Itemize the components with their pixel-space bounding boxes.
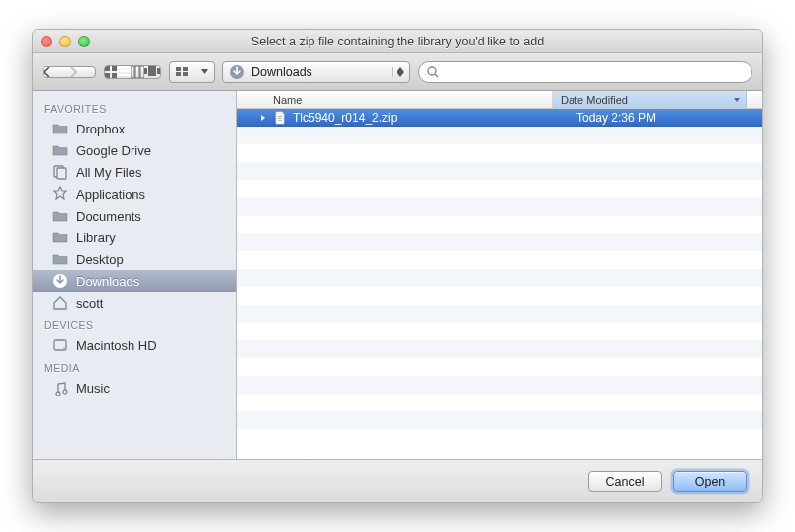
svg-rect-26 bbox=[278, 118, 282, 119]
sidebar-item-label: scott bbox=[76, 296, 103, 310]
svg-rect-6 bbox=[117, 74, 131, 76]
empty-row bbox=[237, 144, 762, 162]
svg-rect-8 bbox=[135, 66, 139, 78]
file-area: Name Date Modified Tlc5940_r014_2.zipTod… bbox=[237, 91, 762, 459]
column-header-name[interactable]: Name bbox=[237, 91, 553, 108]
sidebar-item-documents[interactable]: Documents bbox=[33, 205, 236, 226]
file-date-modified: Today 2:36 PM bbox=[569, 111, 762, 125]
sidebar-item-label: Documents bbox=[76, 209, 141, 223]
empty-row bbox=[237, 376, 762, 394]
sidebar-item-label: Desktop bbox=[76, 252, 124, 267]
sidebar-item-macintosh-hd[interactable]: Macintosh HD bbox=[33, 334, 236, 356]
folder-icon bbox=[52, 251, 68, 267]
column-header-spacer bbox=[747, 91, 762, 108]
folder-icon bbox=[52, 208, 68, 223]
svg-rect-0 bbox=[105, 66, 110, 71]
svg-rect-15 bbox=[176, 72, 181, 76]
cancel-button[interactable]: Cancel bbox=[588, 471, 662, 492]
empty-row bbox=[237, 233, 762, 251]
hdd-icon bbox=[52, 337, 68, 353]
sidebar-section-header: DEVICES bbox=[33, 313, 236, 334]
dropdown-caret-icon bbox=[392, 67, 405, 77]
svg-rect-21 bbox=[57, 168, 66, 179]
sidebar-item-applications[interactable]: Applications bbox=[33, 183, 236, 205]
sidebar-item-desktop[interactable]: Desktop bbox=[33, 248, 236, 270]
disclosure-triangle-icon[interactable] bbox=[261, 115, 265, 121]
svg-rect-27 bbox=[278, 120, 282, 121]
empty-row bbox=[237, 322, 762, 340]
sidebar-item-scott[interactable]: scott bbox=[33, 292, 236, 313]
empty-row bbox=[237, 127, 762, 144]
search-field[interactable] bbox=[418, 61, 752, 83]
sidebar-item-google-drive[interactable]: Google Drive bbox=[33, 139, 236, 161]
home-icon bbox=[52, 295, 68, 310]
svg-rect-7 bbox=[131, 66, 134, 78]
svg-rect-11 bbox=[148, 66, 156, 76]
empty-row bbox=[237, 180, 762, 198]
empty-row bbox=[237, 269, 762, 287]
location-dropdown[interactable]: Downloads bbox=[222, 61, 410, 83]
sidebar-section-header: MEDIA bbox=[33, 356, 236, 377]
dialog-body: FAVORITESDropboxGoogle DriveAll My Files… bbox=[33, 91, 762, 459]
file-icon bbox=[273, 111, 287, 125]
empty-row bbox=[237, 340, 762, 358]
svg-rect-4 bbox=[117, 66, 131, 68]
sidebar: FAVORITESDropboxGoogle DriveAll My Files… bbox=[33, 91, 237, 459]
window-title: Select a zip file containing the library… bbox=[33, 35, 762, 48]
search-input[interactable] bbox=[445, 65, 744, 79]
zoom-window-button[interactable] bbox=[78, 36, 90, 47]
empty-row bbox=[237, 394, 762, 411]
sidebar-item-label: Music bbox=[76, 381, 110, 396]
view-coverflow-button[interactable] bbox=[144, 66, 160, 78]
empty-row bbox=[237, 411, 762, 429]
file-row[interactable]: Tlc5940_r014_2.zipToday 2:36 PM bbox=[237, 109, 762, 127]
sidebar-item-label: Dropbox bbox=[76, 122, 125, 136]
view-icon-button[interactable] bbox=[105, 66, 117, 78]
empty-row bbox=[237, 251, 762, 269]
view-mode-segment bbox=[104, 65, 161, 79]
sidebar-item-label: Macintosh HD bbox=[76, 338, 157, 353]
empty-row bbox=[237, 216, 762, 233]
folder-icon bbox=[52, 142, 68, 158]
svg-rect-5 bbox=[117, 70, 131, 72]
file-name: Tlc5940_r014_2.zip bbox=[293, 111, 397, 125]
svg-line-19 bbox=[435, 74, 438, 77]
location-label: Downloads bbox=[251, 65, 312, 79]
svg-point-24 bbox=[63, 347, 65, 349]
search-icon bbox=[427, 66, 439, 78]
sidebar-item-downloads[interactable]: Downloads bbox=[33, 270, 236, 292]
column-headers: Name Date Modified bbox=[237, 91, 762, 109]
titlebar: Select a zip file containing the library… bbox=[33, 30, 762, 53]
file-rows: Tlc5940_r014_2.zipToday 2:36 PM bbox=[237, 109, 762, 459]
nav-back-forward bbox=[43, 66, 96, 78]
back-button[interactable] bbox=[44, 67, 69, 77]
close-window-button[interactable] bbox=[41, 36, 52, 47]
forward-button[interactable] bbox=[69, 67, 95, 77]
folder-icon bbox=[52, 121, 68, 136]
sidebar-item-dropbox[interactable]: Dropbox bbox=[33, 118, 236, 139]
view-list-button[interactable] bbox=[117, 66, 131, 78]
view-columns-button[interactable] bbox=[131, 66, 144, 78]
svg-rect-13 bbox=[176, 67, 181, 71]
sidebar-item-label: Google Drive bbox=[76, 143, 151, 158]
svg-rect-16 bbox=[183, 72, 188, 76]
svg-rect-10 bbox=[144, 68, 147, 74]
minimize-window-button[interactable] bbox=[59, 36, 71, 47]
svg-point-18 bbox=[428, 67, 436, 75]
downloads-icon bbox=[229, 64, 245, 80]
arrange-menu-button[interactable] bbox=[169, 61, 215, 83]
open-button[interactable]: Open bbox=[673, 471, 747, 492]
sidebar-item-label: Library bbox=[76, 230, 116, 245]
column-header-date-modified[interactable]: Date Modified bbox=[553, 91, 747, 108]
empty-row bbox=[237, 198, 762, 216]
footer: Cancel Open bbox=[33, 459, 762, 502]
sidebar-item-library[interactable]: Library bbox=[33, 226, 236, 248]
downloads-icon bbox=[52, 273, 68, 289]
apps-icon bbox=[52, 186, 68, 202]
allfiles-icon bbox=[52, 164, 68, 180]
sidebar-item-all-my-files[interactable]: All My Files bbox=[33, 161, 236, 183]
empty-row bbox=[237, 162, 762, 180]
sidebar-item-music[interactable]: Music bbox=[33, 377, 236, 399]
empty-row bbox=[237, 358, 762, 376]
empty-row bbox=[237, 305, 762, 322]
